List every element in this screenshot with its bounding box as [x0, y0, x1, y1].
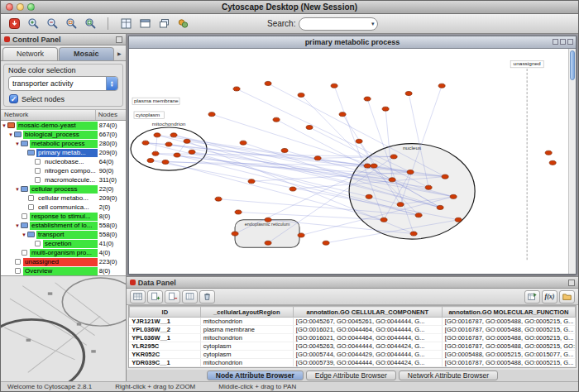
value-cell[interactable]: [GO:0045267, GO:0045261, GO:0044444, G..… — [293, 318, 442, 326]
table-row[interactable]: YPL036W__1mitochondrion[GO:0016021, GO:0… — [129, 334, 575, 342]
network-node[interactable] — [142, 141, 149, 145]
value-cell[interactable]: cytoplasm — [200, 342, 293, 351]
zoom-selected-icon[interactable] — [63, 16, 79, 32]
network-node[interactable] — [208, 112, 215, 117]
network-node[interactable] — [323, 241, 329, 245]
tab-network[interactable]: Network — [2, 47, 58, 60]
table-row[interactable]: YJR121W__1mitochondrion[GO:0045267, GO:0… — [129, 318, 575, 326]
table-row[interactable]: YDR039C__1mitochondrion[GO:0005739, GO:0… — [129, 359, 575, 367]
node-color-dropdown[interactable]: transporter activity ▲▼ — [8, 76, 118, 91]
value-cell[interactable]: plasma membrane — [200, 326, 293, 334]
network-node[interactable] — [389, 178, 395, 182]
frame-close-icon[interactable] — [567, 39, 573, 45]
network-node[interactable] — [154, 133, 160, 137]
overview-thumbnail[interactable] — [1, 275, 126, 381]
checkbox-checked-icon[interactable]: ✓ — [9, 94, 18, 103]
tab-edge-attribute-browser[interactable]: Edge Attribute Browser — [306, 370, 396, 380]
network-node[interactable] — [405, 92, 412, 96]
id-cell[interactable]: YDR039C__1 — [129, 359, 200, 367]
tree-row[interactable]: macromolecule...311(0) — [1, 175, 126, 184]
formula-builder-icon[interactable]: f(x) — [542, 290, 557, 304]
zoom-in-icon[interactable] — [25, 16, 41, 32]
network-node[interactable] — [232, 232, 238, 236]
select-nodes-checkbox-row[interactable]: ✓ Select nodes — [6, 94, 121, 103]
network-node[interactable] — [425, 185, 432, 189]
network-node[interactable] — [339, 112, 346, 117]
minimize-window-button[interactable] — [17, 3, 24, 11]
select-columns-icon[interactable] — [182, 290, 198, 304]
create-attribute-icon[interactable] — [147, 290, 163, 304]
float-panel-icon[interactable] — [568, 280, 575, 286]
vizmapper-icon[interactable] — [175, 16, 191, 32]
open-folder-icon[interactable] — [559, 290, 575, 304]
import-table-icon[interactable] — [524, 290, 540, 304]
value-cell[interactable]: mitochondrion — [200, 318, 293, 326]
tree-row[interactable]: nitrogen compo...90(0) — [1, 166, 126, 175]
tree-row[interactable]: primary metab...209(0) — [1, 148, 126, 157]
value-cell[interactable]: [GO:0016787, GO:0005488, GO:0005215, GO:… — [442, 342, 575, 351]
network-node[interactable] — [184, 139, 190, 143]
zoom-fit-icon[interactable] — [82, 16, 98, 32]
value-cell[interactable]: [GO:0016787, GO:0005488, GO:0005215, G..… — [442, 318, 575, 326]
network-node[interactable] — [273, 117, 280, 122]
network-node[interactable] — [380, 218, 387, 222]
expand-arrow-icon[interactable]: ▼ — [7, 132, 14, 137]
expand-arrow-icon[interactable]: ▼ — [14, 223, 21, 228]
delete-attribute-icon[interactable] — [165, 290, 180, 304]
id-cell[interactable]: YPL036W__1 — [129, 334, 200, 342]
frame-maximize-icon[interactable] — [560, 39, 566, 45]
network-node[interactable] — [366, 194, 372, 198]
table-row[interactable]: YKR052Ccytoplasm[GO:0005744, GO:0044429,… — [129, 351, 575, 359]
tree-row[interactable]: multi-organism pro...4(0) — [1, 248, 126, 257]
tree-row[interactable]: cellular metabo...209(0) — [1, 194, 126, 203]
column-header[interactable]: annotation.GO CELLULAR_COMPONENT — [293, 307, 442, 318]
tab-mosaic[interactable]: Mosaic — [59, 47, 114, 60]
network-node[interactable] — [549, 160, 556, 165]
network-column-header[interactable]: Network — [1, 110, 96, 120]
network-node[interactable] — [265, 218, 271, 222]
tree-row[interactable]: nucleobase...64(0) — [1, 157, 126, 166]
network-node[interactable] — [371, 164, 377, 168]
network-node[interactable] — [152, 151, 159, 155]
snapshot-icon[interactable] — [117, 16, 134, 32]
network-node[interactable] — [382, 107, 389, 111]
tree-row[interactable]: ▼metabolic process280(0) — [1, 139, 126, 148]
network-node[interactable] — [410, 232, 417, 236]
network-node[interactable] — [265, 81, 271, 85]
value-cell[interactable]: mitochondrion — [200, 334, 293, 342]
id-cell[interactable]: YPL036W__2 — [129, 326, 200, 334]
frame-minimize-icon[interactable] — [553, 39, 558, 45]
network-edge[interactable] — [268, 84, 445, 177]
network-node[interactable] — [281, 148, 288, 152]
network-node[interactable] — [397, 203, 404, 207]
network-node[interactable] — [215, 197, 222, 201]
tree-row[interactable]: ▼establishment of lo...558(0) — [1, 221, 126, 230]
id-cell[interactable]: YLR295C — [129, 342, 200, 351]
tree-row[interactable]: secretion41(0) — [1, 239, 126, 248]
network-node[interactable] — [455, 218, 462, 222]
network-node[interactable] — [235, 210, 242, 214]
value-cell[interactable]: [GO:0005739, GO:0044444, GO:0044424, G..… — [293, 359, 442, 367]
tree-row[interactable]: Overview8(0) — [1, 266, 126, 275]
network-node[interactable] — [314, 156, 321, 160]
network-node[interactable] — [298, 233, 304, 237]
expand-arrow-icon[interactable]: ▼ — [14, 187, 21, 192]
nodes-column-header[interactable]: Nodes — [96, 110, 126, 120]
network-node[interactable] — [356, 139, 362, 143]
network-node[interactable] — [298, 93, 304, 97]
column-header[interactable]: _cellularLayoutRegion — [200, 307, 293, 318]
network-node[interactable] — [248, 179, 255, 184]
expand-arrow-icon[interactable]: ▼ — [1, 123, 7, 128]
tree-row[interactable]: ▼mosaic-demo-yeast874(0) — [1, 121, 126, 130]
network-node[interactable] — [165, 142, 172, 146]
column-header[interactable]: ID — [129, 307, 200, 318]
network-node[interactable] — [265, 241, 271, 245]
value-cell[interactable]: [GO:0016021, GO:0044464, GO:0044444, G..… — [293, 326, 442, 334]
value-cell[interactable]: [GO:0005488, GO:0005215, GO:0015077, G..… — [442, 351, 575, 359]
network-node[interactable] — [331, 84, 337, 88]
tree-row[interactable]: cell communica...2(0) — [1, 203, 126, 212]
expand-arrow-icon[interactable]: ▼ — [14, 141, 21, 146]
tree-row[interactable]: ▼cellular process22(0) — [1, 184, 126, 194]
value-cell[interactable]: cytoplasm — [200, 351, 293, 359]
network-node[interactable] — [450, 194, 457, 198]
